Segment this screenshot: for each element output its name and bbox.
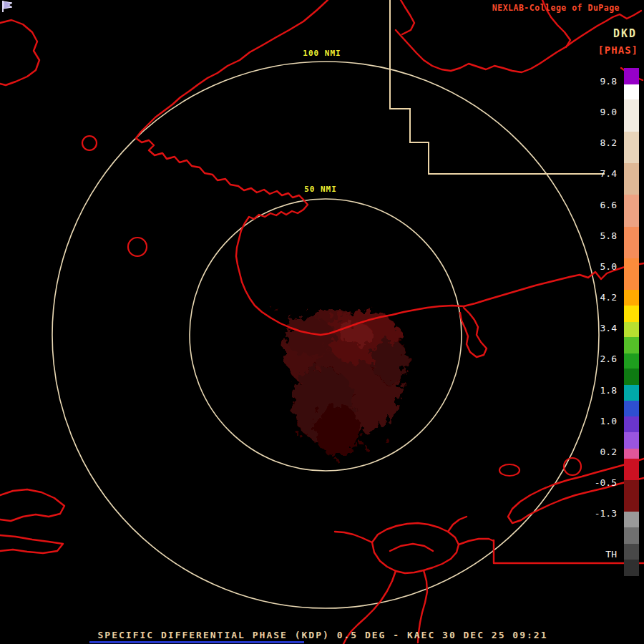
colorbar-segment — [624, 432, 639, 449]
colorbar-segment — [624, 480, 639, 512]
colorbar-segment — [624, 227, 639, 258]
colorbar-tick-label: 4.2 — [600, 293, 617, 303]
colorbar-tick-label: 5.8 — [600, 231, 617, 241]
colorbar-tick-label: 9.0 — [600, 107, 617, 117]
colorbar-segment — [624, 560, 639, 576]
radar-map-canvas — [0, 0, 644, 644]
island-circle-southwest — [128, 238, 147, 256]
river-branch-path — [401, 0, 414, 34]
colorbar-tick-label: 8.2 — [600, 138, 617, 148]
colorbar-segment — [624, 416, 639, 432]
colorbar-segment — [624, 99, 639, 131]
colorbar-segment — [624, 195, 639, 226]
colorbar-segment — [624, 290, 639, 306]
estuary-link-east-path — [459, 539, 494, 545]
product-caption: SPECIFIC DIFFERENTIAL PHASE (KDP) 0.5 DE… — [98, 630, 548, 640]
island-circle-east — [564, 458, 581, 475]
colorbar-tick-label: 6.6 — [600, 200, 617, 210]
colorbar-tick-label: TH — [605, 550, 617, 560]
colorbar-tick-label: 3.4 — [600, 323, 617, 333]
colorbar-segment — [624, 337, 639, 353]
colorbar-segment — [624, 132, 639, 163]
colorbar-tick-label: 9.8 — [600, 77, 617, 87]
county-border-path — [390, 0, 605, 174]
colorbar-tick-label: 0.2 — [600, 447, 617, 457]
colorbar-tick-label: 1.0 — [600, 416, 617, 426]
colorbar-tick-label: -0.5 — [595, 478, 617, 488]
county-border-bottom-path — [494, 540, 644, 563]
radar-display: NEXLAB-College of DuPage DKD [PHAS] 100 … — [0, 0, 644, 644]
colorbar-tick-label: -1.3 — [595, 509, 617, 519]
peninsula-path — [460, 308, 487, 357]
colorbar-segment — [624, 544, 639, 560]
island-circle-west — [82, 136, 97, 150]
colorbar-labels: 9.89.08.27.46.65.85.04.23.42.61.81.00.2-… — [585, 0, 617, 644]
island-oval — [499, 464, 519, 476]
colorbar-segment — [624, 369, 639, 385]
bottom-accent-line — [89, 641, 304, 643]
estuary-link-west-path — [335, 532, 372, 542]
colorbar-segment — [624, 353, 639, 369]
colorbar-tick-label: 5.0 — [600, 262, 617, 272]
colorbar-segment — [624, 449, 639, 459]
estuary-offshoot-path — [448, 517, 467, 532]
cod-logo-icon — [0, 0, 14, 13]
colorbar-segment — [624, 322, 639, 338]
colorbar-segment — [624, 306, 639, 322]
colorbar-segment — [624, 163, 639, 195]
southwest-shore-path — [0, 489, 64, 521]
range-ring-label-50nmi: 50 NMI — [302, 185, 339, 194]
colorbar-tick-label: 2.6 — [600, 354, 617, 364]
colorbar — [624, 68, 639, 576]
colorbar-segment — [624, 512, 639, 527]
range-ring-label-100nmi: 100 NMI — [301, 49, 343, 58]
colorbar-segment — [624, 385, 639, 401]
colorbar-segment — [624, 401, 639, 417]
colorbar-segment — [624, 84, 639, 100]
estuary-outline-path — [372, 523, 459, 573]
northwest-island-path — [0, 20, 39, 85]
estuary-inner-path — [390, 544, 433, 551]
southwest-river-path — [0, 535, 63, 553]
colorbar-segment — [624, 459, 639, 480]
colorbar-tick-label: 7.4 — [600, 169, 617, 179]
colorbar-tick-label: 1.8 — [600, 386, 617, 396]
colorbar-segment — [624, 527, 639, 544]
colorbar-segment — [624, 68, 639, 84]
colorbar-segment — [624, 258, 639, 290]
